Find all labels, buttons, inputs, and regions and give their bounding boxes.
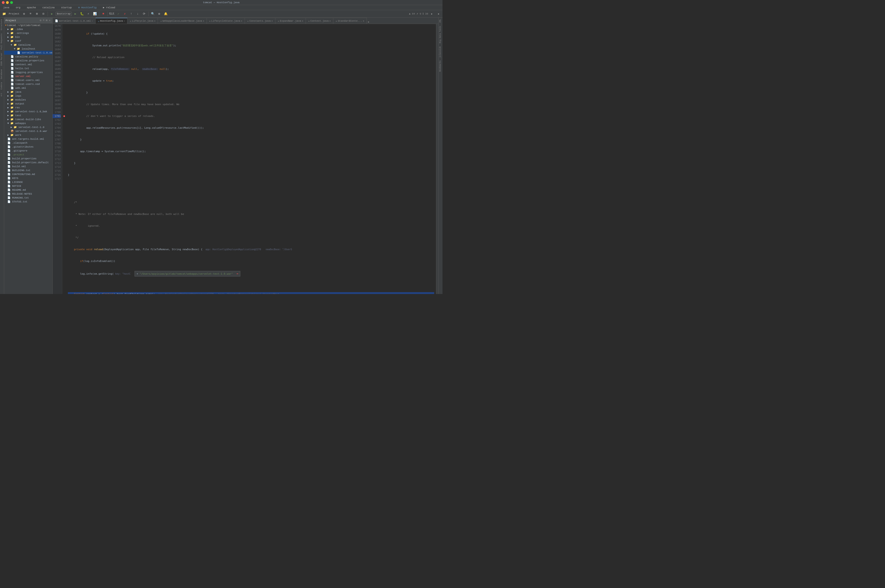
tree-status[interactable]: 📄 STATUS.txt xyxy=(4,200,53,204)
tree-running[interactable]: 📄 RUNNING.txt xyxy=(4,196,53,200)
project-sort-btn[interactable]: ⊞ xyxy=(45,18,48,22)
tree-work[interactable]: ▶ 📁 work xyxy=(4,133,53,137)
tree-settings[interactable]: ▶ 📁 .settings xyxy=(4,31,53,35)
tree-catalina-props[interactable]: 📄 catalina.properties xyxy=(4,58,53,63)
sidebar-right-bookmarks[interactable]: Bookmarks xyxy=(439,59,442,73)
project-settings-btn[interactable]: ⚙ xyxy=(39,18,42,22)
profile-btn[interactable]: 📊 xyxy=(92,11,98,16)
menu-reload[interactable]: ▶ reload xyxy=(102,6,117,9)
sidebar-tool-art[interactable]: Art xyxy=(0,91,4,98)
menu-catalina[interactable]: catalina xyxy=(41,6,56,9)
toolbar-btn-2[interactable]: ≡ xyxy=(28,11,33,16)
tab-expandwar[interactable]: ☕ ExpandWar.java ✕ xyxy=(275,18,306,24)
tab-constants[interactable]: ☕ Constants.java ✕ xyxy=(245,18,275,24)
git-check-btn[interactable]: ✓ xyxy=(116,11,121,16)
menu-org[interactable]: org xyxy=(14,6,22,9)
tree-notice[interactable]: 📄 NOTICE xyxy=(4,184,53,188)
tree-test[interactable]: ▶ 📁 test xyxy=(4,114,53,117)
tree-web-xml[interactable]: 📄 web.xml xyxy=(4,86,53,90)
code-editor[interactable]: 1678 1679 1680 1681 1682 1683 1684 1685 … xyxy=(53,24,438,294)
tree-build-xml[interactable]: 📄 build.xml xyxy=(4,164,53,168)
tab-lifecycle[interactable]: ☕ Lifecycle.java ✕ xyxy=(127,18,158,24)
tree-building-txt[interactable]: 📄 BUILDING.txt xyxy=(4,168,53,172)
tree-tomcat-users-xsd[interactable]: 📄 tomcat-users.xsd xyxy=(4,82,53,86)
tab-hostconfig[interactable]: ☕ HostConfig.java ✕ xyxy=(96,18,128,24)
debug-run-btn[interactable]: 🐛 xyxy=(79,11,85,16)
tree-license[interactable]: 📄 LICENSE xyxy=(4,180,53,184)
tab-lifecyclestate[interactable]: ☕ LifecycleState.java ✕ xyxy=(207,18,245,24)
tree-hello-txt[interactable]: 📄 hello.txt xyxy=(4,66,53,70)
search-btn[interactable]: 🔍 xyxy=(150,11,156,16)
run-config-btn[interactable]: ▶ xyxy=(73,11,78,16)
tree-bin[interactable]: ▶ 📁 bin xyxy=(4,35,53,39)
git-btn[interactable]: Git xyxy=(109,11,115,16)
tree-servelet-app[interactable]: ▶ 📁 servelet-test-1.0 xyxy=(4,125,53,129)
tree-gitignore[interactable]: 📄 .gitignore xyxy=(4,149,53,153)
tree-keys[interactable]: 📄 KEYS xyxy=(4,176,53,180)
tree-localhost[interactable]: ▼ 📁 localhost xyxy=(4,47,53,51)
git-x-btn[interactable]: ✗ xyxy=(122,11,128,16)
tree-catalina[interactable]: ▼ 📁 Catalina xyxy=(4,43,53,47)
tree-release-notes[interactable]: 📄 RELEASE-NOTES xyxy=(4,192,53,196)
tree-server-xml[interactable]: 📄 server.xml xyxy=(4,74,53,78)
tree-tomcat-build[interactable]: ▶ 📁 tomcat-build-libs xyxy=(4,117,53,121)
menu-java[interactable]: java xyxy=(2,6,11,9)
tree-logs[interactable]: ▶ 📁 logs xyxy=(4,94,53,98)
tree-res[interactable]: ▶ 📁 res xyxy=(4,106,53,110)
tree-java[interactable]: ▶ 📁 java xyxy=(4,90,53,94)
tree-idea[interactable]: ▶ 📁 .idea xyxy=(4,27,53,31)
tab-webappclassloader[interactable]: ☕ WebappClassLoaderBase.java ✕ xyxy=(158,18,206,24)
menu-apache[interactable]: apache xyxy=(26,6,38,9)
sidebar-right-bigdata[interactable]: Big Data Tools xyxy=(439,24,442,45)
toolbar-btn-3[interactable]: ⊞ xyxy=(34,11,40,16)
coverage-btn[interactable]: ⚡ xyxy=(86,11,91,16)
tree-servelet-bak[interactable]: ▶ 📁 servelet-test-1.0_bak xyxy=(4,110,53,114)
project-close-btn[interactable]: ✕ xyxy=(48,18,51,22)
tree-tomcat-users-xml[interactable]: 📄 tomcat-users.xml xyxy=(4,78,53,82)
tree-output[interactable]: ▶ 📁 output xyxy=(4,102,53,106)
tree-servelet-war[interactable]: 📦 servelet-test-1.0.war xyxy=(4,129,53,133)
sidebar-tool-pull-requests[interactable]: Pull Requests xyxy=(0,32,4,51)
run-btn[interactable]: ▶ xyxy=(49,11,55,16)
tree-gitattributes[interactable]: 📄 .gitattributes xyxy=(4,145,53,149)
tab-standardconte[interactable]: ☕ StandardConte... ✕ xyxy=(333,18,367,24)
tree-catalina-policy[interactable]: 📄 catalina.policy xyxy=(4,55,53,58)
tree-root[interactable]: ▼ tomcat ~/gitlab/tomcat xyxy=(4,24,53,27)
project-dropdown[interactable]: 📁 xyxy=(2,11,7,16)
tree-webapps[interactable]: ▼ 📁 webapps xyxy=(4,121,53,125)
tab-context[interactable]: ☕ Context.java ✕ xyxy=(306,18,333,24)
sidebar-right-jol[interactable]: JOL xyxy=(439,18,442,24)
tree-conf[interactable]: ▼ 📁 conf xyxy=(4,39,53,43)
tree-build-properties[interactable]: 📄 build.properties xyxy=(4,157,53,160)
branch-dropdown[interactable]: Bootstrap xyxy=(56,12,72,16)
traffic-lights[interactable] xyxy=(2,1,13,4)
expand-btn[interactable]: ▸ xyxy=(429,11,435,16)
tree-build-props-default[interactable]: 📄 build.properties.default xyxy=(4,160,53,164)
collapse-btn[interactable]: ◂ xyxy=(436,11,441,16)
tree-logging[interactable]: 📄 logging.properties xyxy=(4,70,53,74)
close-button[interactable] xyxy=(2,1,5,4)
project-layout-btn[interactable]: ≡ xyxy=(42,18,45,22)
tree-project-file[interactable]: 📄 .project xyxy=(4,153,53,157)
code-content[interactable]: if (!update) { System.out.println("热部署流程… xyxy=(66,24,436,294)
git-push-btn[interactable]: ↑ xyxy=(129,11,134,16)
sidebar-tool-codota[interactable]: Codota xyxy=(0,81,4,91)
tree-modules[interactable]: ▶ 📁 modules xyxy=(4,98,53,102)
toolbar-btn-4[interactable]: ⊟ xyxy=(41,11,46,16)
menu-hostconfig[interactable]: ⚙ HostConfig xyxy=(77,6,98,9)
sidebar-tool-json[interactable]: JSON Parser xyxy=(0,51,4,68)
tree-context-xml[interactable]: 📄 context.xml xyxy=(4,63,53,66)
stop-btn[interactable]: ■ xyxy=(101,11,106,16)
tree-classpath[interactable]: 📄 .classpath xyxy=(4,141,53,145)
sidebar-right-jclasslib[interactable]: jclasslib xyxy=(439,45,442,59)
git-pull-btn[interactable]: ↓ xyxy=(135,11,141,16)
maximize-button[interactable] xyxy=(10,1,13,4)
more-tabs-btn[interactable]: ▸ xyxy=(368,20,370,24)
tree-ant-targets[interactable]: 📄 ant-targets-build.xml xyxy=(4,137,53,141)
git-history-btn[interactable]: ⟳ xyxy=(141,11,147,16)
tab-servelet-xml[interactable]: 📄 servelet-test-1.0.xml ✕ xyxy=(53,18,96,24)
editor-scrollbar[interactable] xyxy=(436,24,438,294)
menu-startup[interactable]: startup xyxy=(60,6,73,9)
settings-btn[interactable]: ⚙ xyxy=(157,11,162,16)
tree-contributing[interactable]: 📄 CONTRIBUTING.md xyxy=(4,172,53,176)
